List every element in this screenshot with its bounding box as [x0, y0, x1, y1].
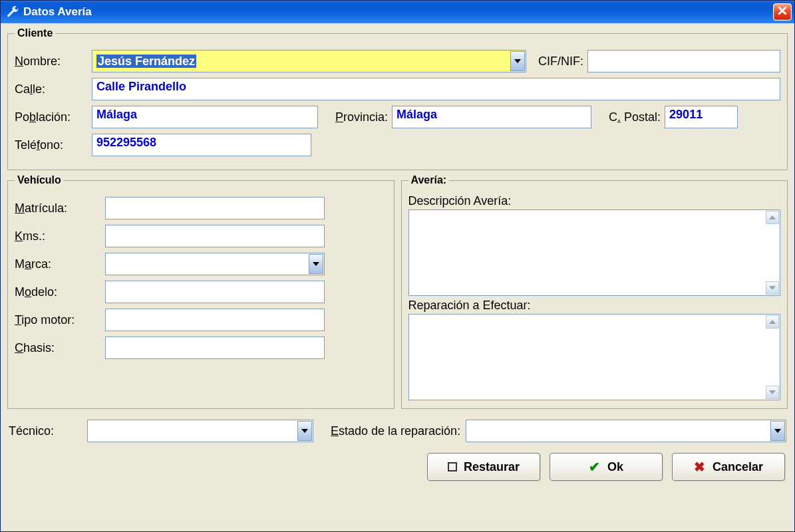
matricula-label: Matrícula: — [15, 201, 101, 215]
cross-icon: ✖ — [694, 461, 706, 473]
cancelar-button[interactable]: ✖ Cancelar — [672, 453, 785, 481]
cif-input[interactable] — [587, 50, 780, 72]
provincia-label: Provincia: — [335, 110, 388, 124]
scroll-up-icon[interactable] — [766, 315, 779, 329]
chasis-input[interactable] — [105, 336, 325, 359]
descripcion-label: Descripción Avería: — [408, 194, 781, 208]
scroll-down-icon[interactable] — [766, 386, 779, 399]
matricula-input[interactable] — [105, 197, 325, 219]
restaurar-button[interactable]: Restaurar — [427, 453, 540, 481]
chasis-label: Chasis: — [15, 341, 101, 355]
vehiculo-group: Vehículo Matrícula: Kms.: Marca: — [7, 174, 395, 409]
modelo-label: Modelo: — [15, 285, 101, 299]
dialog-window: Datos Avería Cliente Nombre: Jesús Ferná… — [0, 0, 795, 532]
telefono-label: Teléfono: — [15, 138, 88, 152]
nombre-label: Nombre: — [15, 55, 88, 68]
kms-label: Kms.: — [15, 229, 101, 243]
estado-combo[interactable] — [466, 420, 786, 442]
estado-label: Estado de la reparación: — [331, 424, 460, 438]
tecnico-combo[interactable] — [87, 420, 313, 442]
nombre-dropdown-button[interactable] — [510, 51, 525, 71]
reparacion-label: Reparación a Efectuar: — [408, 299, 781, 313]
calle-label: Calle: — [15, 82, 88, 96]
cp-input[interactable]: 29011 — [665, 106, 738, 128]
cliente-legend: Cliente — [15, 27, 55, 39]
ok-button[interactable]: ✔ Ok — [550, 453, 663, 481]
marca-label: Marca: — [15, 257, 101, 271]
close-icon — [778, 5, 787, 19]
scroll-down-icon[interactable] — [766, 281, 779, 295]
descripcion-textarea[interactable] — [408, 209, 781, 296]
check-icon: ✔ — [589, 461, 601, 473]
cp-label: C. Postal: — [609, 110, 661, 124]
provincia-input[interactable]: Málaga — [392, 106, 591, 128]
telefono-input[interactable]: 952295568 — [92, 134, 311, 156]
dialog-buttons: Restaurar ✔ Ok ✖ Cancelar — [7, 453, 785, 481]
poblacion-label: Población: — [15, 110, 88, 124]
cif-label: CIF/NIF: — [538, 55, 583, 68]
tecnico-label: Técnico: — [9, 424, 82, 438]
nombre-combo[interactable]: Jesús Fernández — [92, 50, 526, 72]
averia-group: Avería: Descripción Avería: Reparación a… — [401, 174, 788, 409]
averia-legend: Avería: — [408, 174, 450, 186]
tecnico-dropdown-button[interactable] — [297, 421, 312, 441]
reset-icon — [448, 462, 457, 471]
titlebar: Datos Avería — [1, 1, 794, 23]
marca-combo[interactable] — [105, 253, 325, 275]
calle-input[interactable]: Calle Pirandello — [92, 78, 780, 100]
kms-input[interactable] — [105, 225, 325, 247]
cliente-group: Cliente Nombre: Jesús Fernández CIF/NIF:… — [7, 27, 788, 170]
marca-dropdown-button[interactable] — [309, 254, 323, 274]
tipomotor-label: Tipo motor: — [15, 313, 101, 327]
reparacion-textarea[interactable] — [408, 314, 781, 400]
estado-dropdown-button[interactable] — [770, 421, 785, 441]
close-button[interactable] — [773, 3, 792, 21]
wrench-icon — [6, 5, 19, 19]
modelo-input[interactable] — [105, 281, 325, 303]
poblacion-input[interactable]: Málaga — [92, 106, 318, 128]
vehiculo-legend: Vehículo — [15, 174, 64, 186]
client-area: Cliente Nombre: Jesús Fernández CIF/NIF:… — [1, 23, 794, 531]
tipomotor-input[interactable] — [105, 309, 325, 331]
window-title: Datos Avería — [23, 5, 773, 19]
scroll-up-icon[interactable] — [766, 211, 779, 224]
